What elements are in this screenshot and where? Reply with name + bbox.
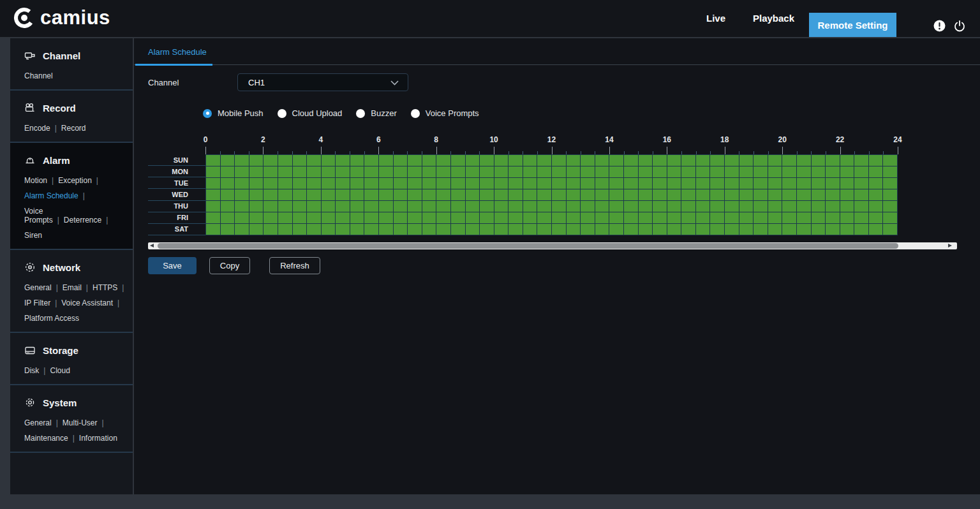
schedule-cell[interactable] xyxy=(379,166,393,177)
schedule-cell[interactable] xyxy=(364,212,378,223)
schedule-cell[interactable] xyxy=(797,201,811,212)
schedule-cell[interactable] xyxy=(883,155,897,166)
schedule-cell[interactable] xyxy=(394,178,408,189)
schedule-cell[interactable] xyxy=(883,166,897,177)
schedule-cell[interactable] xyxy=(206,212,220,223)
schedule-cell[interactable] xyxy=(350,212,364,223)
schedule-cell[interactable] xyxy=(235,155,249,166)
schedule-cell[interactable] xyxy=(249,212,264,223)
schedule-cell[interactable] xyxy=(336,201,350,212)
nav-live[interactable]: Live xyxy=(706,0,725,37)
schedule-cell[interactable] xyxy=(739,178,754,189)
sidebar-item-maintenance[interactable]: Maintenance xyxy=(24,434,68,443)
schedule-cell[interactable] xyxy=(480,189,494,200)
schedule-cell[interactable] xyxy=(696,178,710,189)
schedule-cell[interactable] xyxy=(854,166,868,177)
schedule-cell[interactable] xyxy=(754,224,768,235)
schedule-cell[interactable] xyxy=(681,201,695,212)
schedule-cell[interactable] xyxy=(639,166,653,177)
schedule-cell[interactable] xyxy=(451,155,465,166)
schedule-cell[interactable] xyxy=(422,224,436,235)
schedule-cell[interactable] xyxy=(466,189,480,200)
schedule-cell[interactable] xyxy=(466,212,480,223)
sidebar-item-platform-access[interactable]: Platform Access xyxy=(24,314,79,323)
schedule-cell[interactable] xyxy=(293,166,307,177)
schedule-cell[interactable] xyxy=(696,155,710,166)
schedule-cell[interactable] xyxy=(336,155,350,166)
sidebar-item-cloud[interactable]: Cloud xyxy=(50,366,70,375)
schedule-cell[interactable] xyxy=(322,189,336,200)
schedule-cell[interactable] xyxy=(451,189,465,200)
schedule-cell[interactable] xyxy=(782,212,796,223)
schedule-cell[interactable] xyxy=(667,178,681,189)
schedule-cell[interactable] xyxy=(466,155,480,166)
schedule-cell[interactable] xyxy=(581,201,595,212)
sidebar-item-record[interactable]: Record xyxy=(61,124,86,133)
schedule-cell[interactable] xyxy=(451,224,465,235)
schedule-cell[interactable] xyxy=(293,155,307,166)
schedule-cell[interactable] xyxy=(408,212,422,223)
sidebar-item-disk[interactable]: Disk xyxy=(24,366,39,375)
schedule-cell[interactable] xyxy=(422,212,436,223)
power-icon[interactable] xyxy=(953,20,966,35)
nav-remote-setting[interactable]: Remote Setting xyxy=(809,13,896,37)
schedule-cell[interactable] xyxy=(408,166,422,177)
schedule-cell[interactable] xyxy=(451,212,465,223)
schedule-cell[interactable] xyxy=(293,212,307,223)
schedule-cell[interactable] xyxy=(754,166,768,177)
schedule-cell[interactable] xyxy=(653,201,667,212)
schedule-cell[interactable] xyxy=(826,224,840,235)
schedule-cell[interactable] xyxy=(278,155,292,166)
schedule-cell[interactable] xyxy=(826,155,840,166)
schedule-cell[interactable] xyxy=(869,155,883,166)
schedule-cell[interactable] xyxy=(725,155,739,166)
schedule-cell[interactable] xyxy=(782,166,796,177)
schedule-cell[interactable] xyxy=(552,212,566,223)
schedule-cell[interactable] xyxy=(782,178,796,189)
schedule-cell[interactable] xyxy=(206,224,220,235)
radio-option-voice-prompts[interactable]: Voice Prompts xyxy=(411,108,479,118)
schedule-cell[interactable] xyxy=(609,212,623,223)
schedule-cell[interactable] xyxy=(293,201,307,212)
schedule-cell[interactable] xyxy=(523,201,537,212)
schedule-cell[interactable] xyxy=(883,201,897,212)
schedule-cell[interactable] xyxy=(336,224,350,235)
schedule-cell[interactable] xyxy=(797,224,811,235)
schedule-cell[interactable] xyxy=(696,224,710,235)
schedule-cell[interactable] xyxy=(840,155,854,166)
schedule-cell[interactable] xyxy=(322,224,336,235)
sidebar-item-ip-filter[interactable]: IP Filter xyxy=(24,299,50,307)
schedule-cell[interactable] xyxy=(696,166,710,177)
schedule-cell[interactable] xyxy=(754,155,768,166)
schedule-cell[interactable] xyxy=(364,178,378,189)
schedule-cell[interactable] xyxy=(206,155,220,166)
schedule-cell[interactable] xyxy=(307,178,321,189)
schedule-cell[interactable] xyxy=(350,201,364,212)
schedule-cell[interactable] xyxy=(436,224,450,235)
schedule-cell[interactable] xyxy=(436,212,450,223)
schedule-cell[interactable] xyxy=(206,189,220,200)
schedule-cell[interactable] xyxy=(466,166,480,177)
schedule-cell[interactable] xyxy=(826,178,840,189)
schedule-cell[interactable] xyxy=(869,189,883,200)
schedule-cell[interactable] xyxy=(725,189,739,200)
schedule-cell[interactable] xyxy=(249,189,264,200)
schedule-cell[interactable] xyxy=(567,189,581,200)
schedule-cell[interactable] xyxy=(812,224,826,235)
schedule-cell[interactable] xyxy=(494,224,509,235)
schedule-cell[interactable] xyxy=(350,155,364,166)
schedule-cell[interactable] xyxy=(725,224,739,235)
horizontal-scrollbar-thumb[interactable] xyxy=(158,243,898,249)
schedule-cell[interactable] xyxy=(739,155,754,166)
schedule-cell[interactable] xyxy=(336,189,350,200)
schedule-cell[interactable] xyxy=(595,166,609,177)
schedule-cell[interactable] xyxy=(466,178,480,189)
schedule-cell[interactable] xyxy=(754,212,768,223)
schedule-cell[interactable] xyxy=(653,178,667,189)
schedule-cell[interactable] xyxy=(768,224,782,235)
schedule-cell[interactable] xyxy=(494,178,509,189)
schedule-cell[interactable] xyxy=(609,224,623,235)
schedule-cell[interactable] xyxy=(436,201,450,212)
schedule-cell[interactable] xyxy=(883,224,897,235)
schedule-cell[interactable] xyxy=(264,155,278,166)
